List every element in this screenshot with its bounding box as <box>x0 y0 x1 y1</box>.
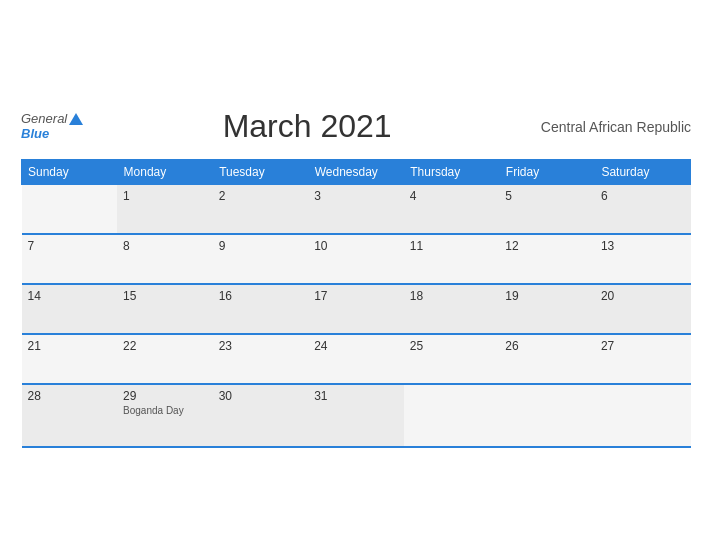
calendar-container: General Blue March 2021 Central African … <box>11 92 701 458</box>
day-number: 29 <box>123 389 207 403</box>
calendar-header: General Blue March 2021 Central African … <box>21 108 691 145</box>
calendar-cell: 15 <box>117 284 213 334</box>
calendar-cell: 12 <box>499 234 595 284</box>
calendar-cell: 1 <box>117 185 213 235</box>
calendar-cell: 3 <box>308 185 404 235</box>
logo-triangle-icon <box>69 113 83 125</box>
calendar-cell: 30 <box>213 384 309 447</box>
logo-general-text: General <box>21 112 67 126</box>
calendar-cell: 26 <box>499 334 595 384</box>
logo: General Blue <box>21 112 83 141</box>
day-number: 20 <box>601 289 685 303</box>
calendar-cell: 29Boganda Day <box>117 384 213 447</box>
day-number: 3 <box>314 189 398 203</box>
day-number: 5 <box>505 189 589 203</box>
header-sunday: Sunday <box>22 160 118 185</box>
header-tuesday: Tuesday <box>213 160 309 185</box>
header-saturday: Saturday <box>595 160 691 185</box>
header-wednesday: Wednesday <box>308 160 404 185</box>
calendar-cell <box>22 185 118 235</box>
day-number: 12 <box>505 239 589 253</box>
calendar-cell: 6 <box>595 185 691 235</box>
day-number: 19 <box>505 289 589 303</box>
calendar-grid: Sunday Monday Tuesday Wednesday Thursday… <box>21 159 691 448</box>
calendar-cell: 18 <box>404 284 500 334</box>
day-number: 9 <box>219 239 303 253</box>
day-number: 21 <box>28 339 112 353</box>
calendar-cell <box>595 384 691 447</box>
day-number: 27 <box>601 339 685 353</box>
day-number: 25 <box>410 339 494 353</box>
calendar-cell: 21 <box>22 334 118 384</box>
day-number: 24 <box>314 339 398 353</box>
day-number: 18 <box>410 289 494 303</box>
calendar-cell: 2 <box>213 185 309 235</box>
calendar-cell: 23 <box>213 334 309 384</box>
calendar-title: March 2021 <box>83 108 531 145</box>
calendar-region: Central African Republic <box>531 119 691 135</box>
day-number: 8 <box>123 239 207 253</box>
day-number: 14 <box>28 289 112 303</box>
day-number: 1 <box>123 189 207 203</box>
calendar-cell: 9 <box>213 234 309 284</box>
weekday-header-row: Sunday Monday Tuesday Wednesday Thursday… <box>22 160 691 185</box>
logo-blue-text: Blue <box>21 127 83 141</box>
header-friday: Friday <box>499 160 595 185</box>
day-number: 2 <box>219 189 303 203</box>
calendar-cell: 13 <box>595 234 691 284</box>
calendar-cell: 31 <box>308 384 404 447</box>
calendar-week-row-1: 78910111213 <box>22 234 691 284</box>
calendar-cell: 8 <box>117 234 213 284</box>
calendar-cell: 20 <box>595 284 691 334</box>
calendar-cell <box>404 384 500 447</box>
calendar-cell: 4 <box>404 185 500 235</box>
calendar-cell: 11 <box>404 234 500 284</box>
calendar-week-row-3: 21222324252627 <box>22 334 691 384</box>
holiday-label: Boganda Day <box>123 405 207 416</box>
day-number: 17 <box>314 289 398 303</box>
calendar-cell: 28 <box>22 384 118 447</box>
day-number: 31 <box>314 389 398 403</box>
calendar-cell: 24 <box>308 334 404 384</box>
calendar-week-row-0: 123456 <box>22 185 691 235</box>
calendar-week-row-2: 14151617181920 <box>22 284 691 334</box>
header-monday: Monday <box>117 160 213 185</box>
day-number: 13 <box>601 239 685 253</box>
calendar-cell: 17 <box>308 284 404 334</box>
calendar-cell: 10 <box>308 234 404 284</box>
calendar-week-row-4: 2829Boganda Day3031 <box>22 384 691 447</box>
day-number: 10 <box>314 239 398 253</box>
day-number: 26 <box>505 339 589 353</box>
calendar-cell: 27 <box>595 334 691 384</box>
day-number: 28 <box>28 389 112 403</box>
calendar-cell: 25 <box>404 334 500 384</box>
day-number: 15 <box>123 289 207 303</box>
calendar-cell: 22 <box>117 334 213 384</box>
calendar-cell: 5 <box>499 185 595 235</box>
header-thursday: Thursday <box>404 160 500 185</box>
day-number: 30 <box>219 389 303 403</box>
day-number: 22 <box>123 339 207 353</box>
calendar-cell: 19 <box>499 284 595 334</box>
day-number: 4 <box>410 189 494 203</box>
calendar-cell: 7 <box>22 234 118 284</box>
day-number: 11 <box>410 239 494 253</box>
day-number: 23 <box>219 339 303 353</box>
day-number: 16 <box>219 289 303 303</box>
day-number: 7 <box>28 239 112 253</box>
calendar-cell: 14 <box>22 284 118 334</box>
day-number: 6 <box>601 189 685 203</box>
calendar-cell: 16 <box>213 284 309 334</box>
calendar-cell <box>499 384 595 447</box>
